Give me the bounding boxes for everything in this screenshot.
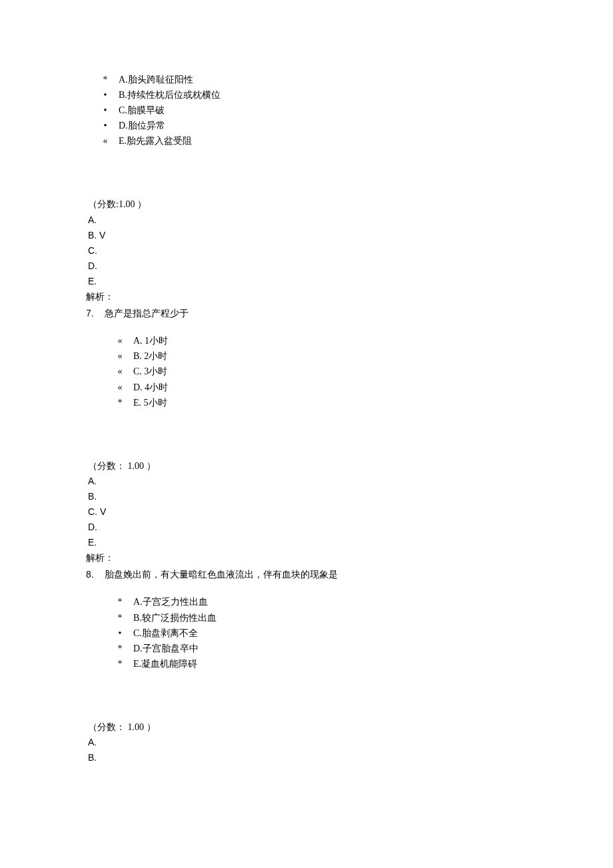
q7-option-d: « D. 4小时 [117, 380, 613, 395]
option-text: E.胎先露入盆受阻 [119, 133, 192, 149]
q8-option-b: * B.较广泛损伤性出血 [117, 610, 613, 626]
bullet: • [103, 87, 108, 103]
bullet: « [117, 364, 123, 379]
q6-explain: 解析： [86, 289, 613, 304]
answer-a: A. [88, 474, 613, 489]
option-text: B.持续性枕后位或枕横位 [119, 87, 221, 103]
q8-option-c: • C.胎盘剥离不全 [117, 626, 613, 641]
answer-c: C. V [88, 504, 613, 520]
q8-answer-letters: A. B. [88, 735, 613, 765]
q7-line: 7. 急产是指总产程少于 [86, 306, 613, 321]
answer-e: E. [88, 274, 613, 289]
bullet: * [117, 610, 123, 626]
bullet: « [103, 133, 108, 149]
q7-score: （分数： 1.00 ） [88, 458, 613, 474]
answer-a: A. [88, 213, 613, 228]
q6-option-c: • C.胎膜早破 [103, 103, 613, 118]
bullet: « [117, 348, 123, 364]
q8-number: 8. [86, 567, 105, 582]
q6-score: （分数:1.00 ） [88, 197, 613, 212]
bullet: • [103, 103, 108, 118]
option-text: C.胎膜早破 [119, 103, 165, 118]
option-text: C.胎盘剥离不全 [133, 626, 198, 641]
q7-explain: 解析： [86, 550, 613, 566]
bullet: « [117, 380, 123, 395]
option-text: B.较广泛损伤性出血 [133, 610, 217, 626]
option-text: A.胎头跨耻征阳性 [119, 72, 193, 87]
bullet: * [117, 641, 123, 656]
q7-option-c: « C. 3小时 [117, 364, 613, 379]
q7-option-e: * E. 5小时 [117, 395, 613, 410]
q8-line: 8. 胎盘娩出前，有大量暗红色血液流出，伴有血块的现象是 [86, 567, 613, 582]
q6-option-e: « E.胎先露入盆受阻 [103, 133, 613, 149]
answer-b: B. [88, 750, 613, 765]
q7-number: 7. [86, 306, 105, 321]
bullet: * [117, 656, 123, 671]
q8-option-e: * E.凝血机能障碍 [117, 656, 613, 671]
answer-d: D. [88, 520, 613, 535]
option-text: D.胎位异常 [119, 118, 165, 133]
bullet: * [103, 72, 108, 87]
option-text: C. 3小时 [133, 364, 167, 379]
option-text: A. 1小时 [133, 333, 168, 348]
q8-stem: 胎盘娩出前，有大量暗红色血液流出，伴有血块的现象是 [105, 567, 338, 582]
q6-option-a: * A.胎头跨耻征阳性 [103, 72, 613, 87]
q8-option-d: * D.子宫胎盘卒中 [117, 641, 613, 656]
option-text: D. 4小时 [133, 380, 168, 395]
option-text: E.凝血机能障碍 [133, 656, 197, 671]
option-text: A.子宫乏力性出血 [133, 594, 208, 610]
q7-option-a: « A. 1小时 [117, 333, 613, 348]
q6-option-b: • B.持续性枕后位或枕横位 [103, 87, 613, 103]
bullet: * [117, 594, 123, 610]
q7-answer-letters: A. B. C. V D. E. [88, 474, 613, 550]
q8-options: * A.子宫乏力性出血 * B.较广泛损伤性出血 • C.胎盘剥离不全 * D.… [88, 594, 613, 671]
q6-answer-letters: A. B. V C. D. E. [88, 213, 613, 289]
answer-b: B. [88, 489, 613, 504]
q7-options: « A. 1小时 « B. 2小时 « C. 3小时 « D. 4小时 * E.… [88, 333, 613, 410]
bullet: • [103, 118, 108, 133]
bullet: • [117, 626, 123, 641]
q6-option-d: • D.胎位异常 [103, 118, 613, 133]
q7-stem: 急产是指总产程少于 [105, 306, 189, 321]
q7-option-b: « B. 2小时 [117, 348, 613, 364]
bullet: * [117, 395, 123, 410]
bullet: « [117, 333, 123, 348]
q8-score: （分数： 1.00 ） [88, 719, 613, 735]
answer-a: A. [88, 735, 613, 750]
option-text: E. 5小时 [133, 395, 167, 410]
answer-d: D. [88, 258, 613, 274]
option-text: B. 2小时 [133, 348, 167, 364]
q6-options: * A.胎头跨耻征阳性 • B.持续性枕后位或枕横位 • C.胎膜早破 • D.… [88, 72, 613, 149]
q8-option-a: * A.子宫乏力性出血 [117, 594, 613, 610]
option-text: D.子宫胎盘卒中 [133, 641, 199, 656]
answer-b: B. V [88, 228, 613, 243]
answer-e: E. [88, 535, 613, 550]
answer-c: C. [88, 243, 613, 258]
